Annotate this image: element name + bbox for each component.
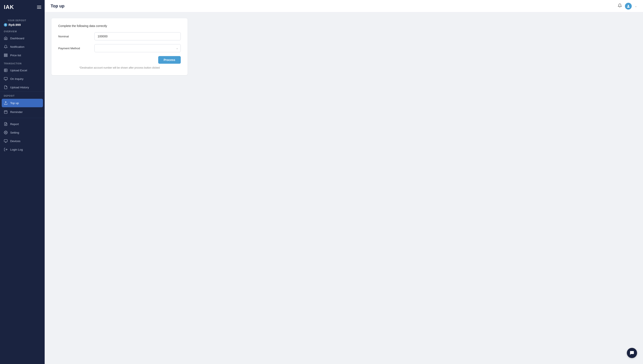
payment-method-row: Payment Method ⌄ [58,44,181,52]
sidebar-item-upload-history[interactable]: Upload History [0,83,45,92]
reminder-icon [4,110,8,114]
page-title: Top up [51,4,64,8]
sidebar-item-price-list[interactable]: Price list [0,51,45,60]
monitor-icon [4,77,8,81]
bell-icon [4,45,8,49]
sidebar-item-notification[interactable]: Notification [0,42,45,51]
svg-rect-1 [4,55,8,56]
devices-icon [4,139,8,143]
sidebar-item-login-log[interactable]: Login Log [0,145,45,154]
header-right: ⌄ [618,3,637,10]
logo-text: IAK [4,4,14,10]
svg-rect-18 [4,140,8,142]
sidebar-item-top-up[interactable]: Top up [2,99,43,107]
notification-bell-icon[interactable] [618,4,622,9]
payment-method-select[interactable] [94,44,181,52]
sidebar-item-dashboard[interactable]: Dashboard [0,34,45,42]
chat-button[interactable] [627,348,637,358]
topup-icon [4,101,8,105]
sidebar-item-on-inquiry[interactable]: On Inquiry [0,74,45,83]
nominal-label: Nominal [58,35,94,38]
plus-icon: + [4,23,7,26]
sidebar-item-devices[interactable]: Devices [0,137,45,145]
table-icon [4,68,8,72]
sidebar-item-setting[interactable]: Setting [0,128,45,137]
payment-method-label: Payment Method [58,47,94,50]
svg-point-22 [628,5,629,6]
list-icon [4,53,8,57]
sidebar-item-report[interactable]: Report [0,120,45,128]
svg-rect-0 [4,54,8,54]
deposit-nav-label: DEPOSIT [0,92,45,98]
sidebar-item-reminder[interactable]: Reminder [0,108,45,116]
gear-icon [4,130,8,134]
content-area: Complete the following data correctly No… [45,12,643,364]
svg-point-17 [5,132,6,133]
avatar[interactable] [625,3,632,10]
svg-rect-7 [4,77,8,80]
process-button[interactable]: Process [158,56,181,64]
sidebar-item-upload-excel[interactable]: Upload Excel [0,66,45,74]
deposit-amount: + Rp9.999 [4,23,41,26]
divider [0,118,45,118]
card-note: *Destination account number will be show… [58,66,181,69]
svg-rect-3 [4,69,7,72]
process-btn-row: Process [58,56,181,64]
deposit-section: YOUR DEPOSIT + Rp9.999 [0,14,45,28]
loginlog-icon [4,148,8,152]
topup-card: Complete the following data correctly No… [52,18,187,75]
overview-label: OVERVIEW [0,28,45,34]
sidebar: IAK YOUR DEPOSIT + Rp9.999 OVERVIEW Dash… [0,0,45,364]
main-area: Top up ⌄ Complete the following data cor… [45,0,643,364]
header: Top up ⌄ [45,0,643,12]
home-icon [4,36,8,40]
payment-method-select-wrapper: ⌄ [94,44,181,52]
nominal-input[interactable] [94,32,181,40]
report-icon [4,122,8,126]
sidebar-logo: IAK [0,0,45,14]
svg-rect-11 [4,111,7,114]
svg-rect-2 [4,56,8,57]
file-icon [4,85,8,89]
transaction-label: TRANSACTION [0,60,45,66]
card-title: Complete the following data correctly [58,24,181,28]
deposit-section-label: YOUR DEPOSIT [4,16,41,23]
hamburger-icon[interactable] [37,6,41,9]
account-chevron-icon[interactable]: ⌄ [635,4,637,8]
nominal-row: Nominal [58,32,181,40]
